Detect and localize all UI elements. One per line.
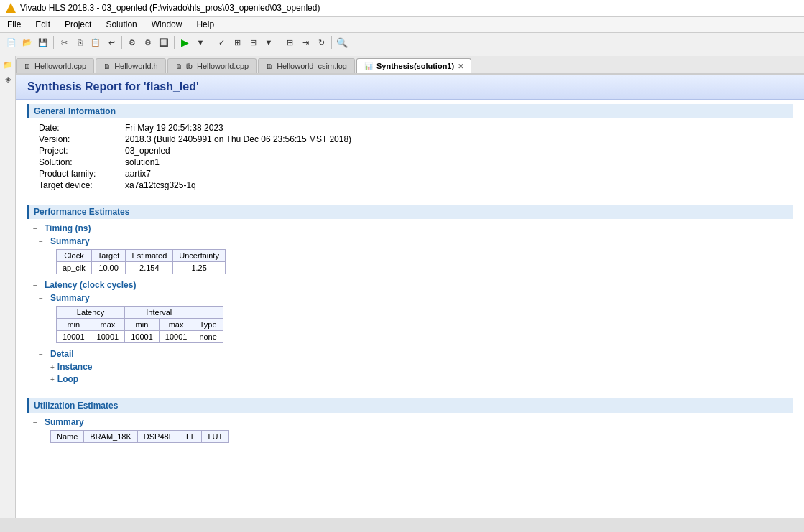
status-bar	[0, 518, 804, 532]
toolbar-sep6	[331, 36, 332, 49]
tab-icon-cpp2: 🗎	[175, 62, 182, 70]
tab-close-synthesis[interactable]: ✕	[458, 62, 463, 70]
tab-icon-log: 🗎	[266, 62, 273, 70]
timing-collapse-icon: −	[33, 225, 42, 233]
value-device: xa7a12tcsg325-1q	[125, 180, 196, 190]
toolbar-grid3[interactable]: ⊞	[282, 35, 297, 50]
menu-edit[interactable]: Edit	[32, 19, 53, 30]
type-cell: none	[193, 331, 223, 343]
type-col: Type	[193, 319, 223, 331]
timing-col-target: Target	[91, 250, 126, 262]
toolbar-settings2[interactable]: ⚙	[141, 35, 155, 50]
tab-tb-helloworld[interactable]: 🗎 tb_Helloworld.cpp	[167, 58, 257, 73]
tab-icon-h: 🗎	[103, 62, 111, 70]
toolbar-check[interactable]: ✓	[214, 35, 228, 50]
latency-col-max: max	[91, 319, 125, 331]
toolbar-open[interactable]: 📂	[20, 35, 34, 50]
toolbar-dropdown[interactable]: ▼	[193, 35, 208, 50]
latency-title: Latency (clock cycles)	[45, 280, 136, 290]
toolbar: 📄 📂 💾 ✂ ⎘ 📋 ↩ ⚙ ⚙ 🔲 ▶ ▼ ✓ ⊞ ⊟ ▼ ⊞ ⇥ ↻ 🔍	[0, 33, 804, 52]
info-solution: Solution: solution1	[39, 157, 793, 167]
latency-row-0: 10001 10001 10001 10001 none	[57, 331, 223, 343]
value-version: 2018.3 (Build 2405991 on Thu Dec 06 23:5…	[125, 134, 351, 144]
timing-cell-target: 10.00	[91, 262, 126, 274]
toolbar-undo[interactable]: ↩	[104, 35, 119, 50]
utilization-title: Utilization Estimates	[27, 398, 793, 413]
utilization-summary-subsection: − Summary Name BRAM_18K DSP48E FF LUT	[33, 417, 793, 443]
tab-label-tb: tb_Helloworld.cpp	[186, 62, 249, 70]
latency-cell-max: 10001	[91, 331, 125, 343]
menu-solution[interactable]: Solution	[103, 19, 139, 30]
interval-cell-min: 10001	[125, 331, 160, 343]
toolbar-settings[interactable]: ⚙	[125, 35, 139, 50]
value-date: Fri May 19 20:54:38 2023	[125, 123, 223, 133]
performance-title: Performance Estimates	[27, 205, 793, 219]
tab-synthesis[interactable]: 📊 Synthesis(solution1) ✕	[356, 58, 471, 73]
tab-helloworld-cpp[interactable]: 🗎 Helloworld.cpp	[16, 58, 94, 73]
toolbar-new[interactable]: 📄	[4, 35, 19, 50]
detail-collapse-icon: −	[39, 350, 47, 358]
toolbar-chip[interactable]: 🔲	[157, 35, 171, 50]
toolbar-paste[interactable]: 📋	[88, 35, 103, 50]
app-icon	[6, 3, 16, 13]
latency-header-interval: Interval	[125, 307, 193, 319]
subsection-timing: − Timing (ns) − Summary Clock Target E	[33, 223, 793, 274]
toolbar-cut[interactable]: ✂	[57, 35, 71, 50]
sidebar-icon-2[interactable]: ◈	[2, 73, 14, 85]
timing-col-clock: Clock	[57, 250, 92, 262]
tab-helloworld-h[interactable]: 🗎 Helloworld.h	[96, 58, 166, 73]
toolbar-sep4	[211, 36, 211, 49]
detail-header[interactable]: − Detail	[39, 349, 793, 359]
loop-label: Loop	[57, 374, 78, 384]
toolbar-step2[interactable]: ↻	[314, 35, 328, 50]
latency-detail-subsection: − Detail + Instance + Loop	[39, 349, 793, 384]
latency-header-latency: Latency	[57, 307, 125, 319]
util-col-ff: FF	[180, 431, 202, 443]
interval-cell-max: 10001	[159, 331, 193, 343]
toolbar-copy[interactable]: ⎘	[73, 35, 87, 50]
menu-project[interactable]: Project	[62, 19, 94, 30]
toolbar-run[interactable]: ▶	[177, 35, 192, 50]
util-summary-collapse-icon: −	[33, 419, 42, 426]
interval-col-min: min	[125, 319, 160, 331]
detail-instance[interactable]: + Instance	[50, 362, 793, 372]
instance-expand-icon: +	[50, 363, 55, 371]
toolbar-grid1[interactable]: ⊞	[230, 35, 244, 50]
info-project: Project: 03_openled	[39, 146, 793, 156]
latency-header[interactable]: − Latency (clock cycles)	[33, 280, 793, 290]
section-utilization: Utilization Estimates − Summary Name BRA…	[16, 394, 804, 453]
toolbar-save[interactable]: 💾	[36, 35, 50, 50]
toolbar-bug[interactable]: 🔍	[335, 35, 349, 50]
tabs-bar: 🗎 Helloworld.cpp 🗎 Helloworld.h 🗎 tb_Hel…	[16, 56, 804, 75]
label-family: Product family:	[39, 169, 125, 179]
menu-file[interactable]: File	[4, 19, 24, 30]
timing-header[interactable]: − Timing (ns)	[33, 223, 793, 233]
util-table: Name BRAM_18K DSP48E FF LUT	[50, 430, 229, 443]
tab-csim-log[interactable]: 🗎 Helloworld_csim.log	[258, 58, 355, 73]
detail-loop[interactable]: + Loop	[50, 374, 793, 384]
info-version: Version: 2018.3 (Build 2405991 on Thu De…	[39, 134, 793, 144]
menu-help[interactable]: Help	[193, 19, 217, 30]
toolbar-grid2[interactable]: ⊟	[246, 35, 260, 50]
latency-table: Latency Interval min max min max Type	[56, 306, 223, 343]
timing-row-0: ap_clk 10.00 2.154 1.25	[57, 262, 226, 274]
toolbar-sep2	[121, 36, 122, 49]
section-performance: Performance Estimates − Timing (ns) − Su…	[16, 200, 804, 394]
menu-bar: File Edit Project Solution Window Help	[0, 17, 804, 33]
report-title: Synthesis Report for 'flash_led'	[16, 75, 804, 100]
timing-summary-header[interactable]: − Summary	[39, 236, 793, 246]
left-sidebar: 📁 ◈	[0, 56, 16, 518]
menu-window[interactable]: Window	[149, 19, 185, 30]
util-summary-header[interactable]: − Summary	[33, 417, 793, 427]
latency-summary-title: Summary	[50, 293, 90, 303]
timing-col-uncertainty: Uncertainty	[173, 250, 226, 262]
toolbar-dropdown2[interactable]: ▼	[262, 35, 276, 50]
toolbar-sep1	[53, 36, 54, 49]
toolbar-step[interactable]: ⇥	[298, 35, 313, 50]
timing-summary-subsection: − Summary Clock Target Estimated Uncerta…	[39, 236, 793, 274]
timing-summary-title: Summary	[50, 236, 90, 246]
tab-label-csim: Helloworld_csim.log	[277, 62, 347, 70]
sidebar-icon-1[interactable]: 📁	[2, 59, 14, 70]
latency-summary-header[interactable]: − Summary	[39, 293, 793, 303]
main-content: Synthesis Report for 'flash_led' General…	[16, 75, 804, 518]
